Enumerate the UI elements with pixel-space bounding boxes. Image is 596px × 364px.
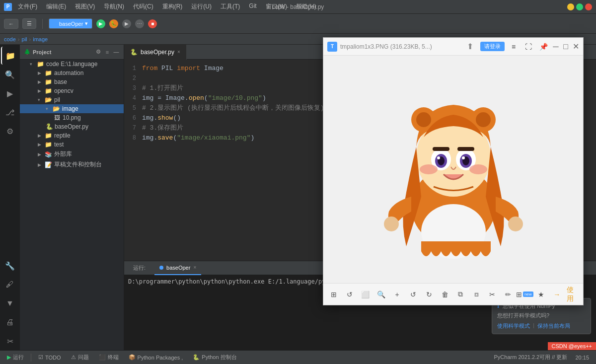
menu-nav[interactable]: 导航(N): [100, 1, 128, 12]
menu-git[interactable]: Git: [245, 1, 260, 12]
svg-rect-11: [457, 147, 474, 151]
viewer-tool-star[interactable]: ★: [534, 288, 547, 301]
tree-root-label: code E:\1.language: [46, 61, 97, 68]
back-button[interactable]: ←: [4, 19, 18, 29]
run-debug-button[interactable]: 🐛: [109, 19, 118, 28]
tab-close-icon[interactable]: ×: [177, 49, 180, 55]
chevron-down-icon: ▾: [85, 20, 88, 27]
breadcrumb-code[interactable]: code: [4, 36, 16, 42]
viewer-expand-icon[interactable]: ⛶: [522, 41, 534, 53]
menu-view[interactable]: 视图(V): [71, 1, 99, 12]
menu-run[interactable]: 运行(U): [187, 1, 216, 12]
status-problems[interactable]: ⚠ 问题: [68, 353, 92, 362]
viewer-use-btn[interactable]: 使用: [566, 288, 579, 301]
activity-search[interactable]: 🔍: [1, 66, 19, 83]
viewer-upload-icon[interactable]: ⬆: [467, 42, 473, 51]
viewer-menu-icon[interactable]: ≡: [508, 41, 520, 53]
activity-git[interactable]: ⎇: [1, 103, 19, 121]
close-button[interactable]: [585, 3, 592, 10]
tree-scratches[interactable]: ▶ 📝 草稿文件和控制台: [20, 159, 124, 170]
menu-code[interactable]: 代码(C): [129, 1, 157, 12]
viewer-tool-crop[interactable]: ✂: [486, 288, 499, 301]
tree-root[interactable]: ▾ 📁 code E:\1.language: [20, 60, 124, 69]
tree-scratches-label: 草稿文件和控制台: [54, 160, 102, 169]
stop-button[interactable]: ■: [148, 19, 157, 28]
viewer-title: tmpaliom1x3.PNG (316.23KB, 5...): [340, 43, 464, 50]
tree-external[interactable]: ▶ 📚 外部库: [20, 149, 124, 159]
minimize-button[interactable]: [567, 3, 574, 10]
viewer-tool-edit[interactable]: ✏: [502, 288, 515, 301]
run-more-button[interactable]: ⋯: [135, 19, 144, 28]
menu-file[interactable]: 文件(F): [14, 1, 41, 12]
activity-bottom-1[interactable]: 🔧: [1, 257, 19, 275]
viewer-pin-icon[interactable]: 📌: [537, 41, 549, 53]
menu-refactor[interactable]: 重构(R): [158, 1, 187, 12]
viewer-login-btn[interactable]: 请登录: [480, 42, 505, 51]
viewer-tool-undo[interactable]: ↺: [407, 288, 420, 301]
recent-files-button[interactable]: ☰: [22, 18, 36, 29]
run-config-button[interactable]: ▶ baseOper ▾: [49, 18, 92, 29]
csdn-badge[interactable]: CSDN @eyes++: [548, 342, 596, 350]
notification-link2[interactable]: 保持当前布局: [537, 322, 570, 330]
tree-base[interactable]: ▶ 📁 base: [20, 77, 124, 86]
sidebar-settings-icon[interactable]: ⚙: [95, 49, 102, 56]
viewer-header: T tmpaliom1x3.PNG (316.23KB, 5...) ⬆ 请登录…: [323, 38, 583, 56]
tree-baseoper[interactable]: 🐍 baseOper.py: [20, 122, 124, 131]
run-tab-close[interactable]: ×: [193, 265, 196, 270]
window-title: code - baseOper.py: [272, 3, 324, 10]
viewer-close-btn[interactable]: ✕: [572, 43, 579, 50]
viewer-content: [323, 56, 583, 283]
tree-pil[interactable]: ▾ 📂 pil: [20, 95, 124, 104]
sidebar-close-icon[interactable]: —: [113, 49, 120, 56]
test-folder-icon: 📁: [45, 141, 52, 148]
toolbar-separator-1: [42, 19, 43, 29]
viewer-tool-fit[interactable]: ⬜: [359, 288, 372, 301]
tree-automation[interactable]: ▶ 📁 automation: [20, 69, 124, 77]
svg-point-16: [437, 156, 440, 159]
status-run[interactable]: ▶ 运行: [4, 353, 27, 362]
activity-bottom-3[interactable]: ▼: [1, 294, 19, 312]
breadcrumb-pil[interactable]: pil: [22, 36, 27, 42]
sidebar-expand-icon[interactable]: ≡: [104, 49, 111, 56]
status-version[interactable]: PyCharm 2021.2.2可用 // 更新: [491, 353, 571, 362]
activity-bottom-5[interactable]: ✂: [1, 332, 19, 350]
maximize-button[interactable]: [576, 3, 583, 10]
viewer-tool-zoom-out[interactable]: 🔍: [375, 288, 388, 301]
viewer-tool-compare[interactable]: ⧈: [470, 288, 483, 301]
activity-bottom-2[interactable]: 🖋: [1, 276, 19, 293]
status-terminal[interactable]: ⬛ 终端: [96, 353, 122, 362]
viewer-tool-app[interactable]: ⊞new: [518, 288, 531, 301]
tree-10png[interactable]: 🖼 10.png: [20, 113, 124, 122]
tree-reptile[interactable]: ▶ 📁 reptile: [20, 131, 124, 140]
activity-files[interactable]: 📁: [1, 47, 19, 65]
breadcrumb-image[interactable]: image: [33, 36, 48, 42]
viewer-tool-arrow[interactable]: →: [550, 288, 563, 301]
tree-opencv[interactable]: ▶ 📁 opencv: [20, 86, 124, 95]
activity-bottom-4[interactable]: 🖨: [1, 313, 19, 331]
viewer-tool-redo[interactable]: ↻: [423, 288, 436, 301]
viewer-tool-copy[interactable]: ⧉: [454, 288, 467, 301]
tree-test[interactable]: ▶ 📁 test: [20, 140, 124, 149]
tree-image-folder[interactable]: ▾ 📂 image: [20, 104, 124, 113]
menu-edit[interactable]: 编辑(E): [42, 1, 70, 12]
tree-external-arrow: ▶: [38, 152, 45, 157]
viewer-tool-grid[interactable]: ⊞: [327, 288, 340, 301]
viewer-maximize-btn[interactable]: □: [562, 43, 569, 50]
viewer-minimize-btn[interactable]: ─: [552, 43, 559, 50]
run-green-button[interactable]: ▶: [96, 19, 105, 28]
tree-test-arrow: ▶: [38, 142, 45, 147]
notification-link1[interactable]: 使用科学模式: [497, 322, 530, 330]
terminal-tab-run[interactable]: baseOper ×: [154, 261, 201, 275]
menu-tools[interactable]: 工具(T): [217, 1, 244, 12]
activity-run[interactable]: ▶: [1, 84, 19, 102]
status-todo[interactable]: ☑ TODO: [35, 353, 64, 362]
activity-settings[interactable]: ⚙: [1, 122, 19, 140]
run-coverage-button[interactable]: ▶: [122, 19, 131, 28]
todo-icon: ☑: [38, 354, 43, 361]
viewer-tool-zoom-in[interactable]: +: [391, 288, 404, 301]
editor-tab-baseoper[interactable]: 🐍 baseOper.py ×: [124, 45, 187, 60]
status-python-console[interactable]: 🐍 Python 控制台: [190, 353, 239, 362]
viewer-tool-delete[interactable]: 🗑: [439, 288, 451, 301]
viewer-tool-rotate-left[interactable]: ↺: [343, 288, 356, 301]
status-python-packages[interactable]: 📦 Python Packages ,: [126, 353, 186, 362]
